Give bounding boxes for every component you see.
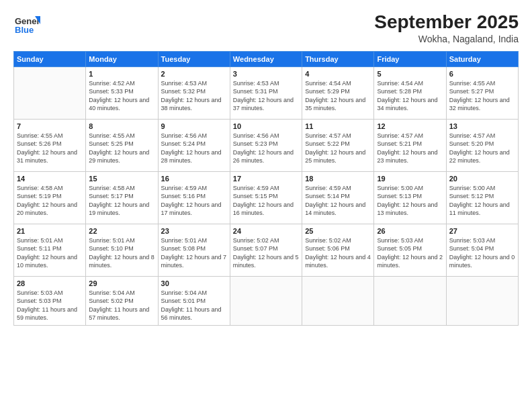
day-detail: Sunrise: 4:53 AMSunset: 5:31 PMDaylight:… (233, 79, 299, 113)
day-cell: 2Sunrise: 4:53 AMSunset: 5:32 PMDaylight… (158, 66, 230, 119)
day-detail: Sunrise: 5:03 AMSunset: 5:05 PMDaylight:… (377, 236, 443, 270)
header-sunday: Sunday (14, 51, 86, 66)
day-detail: Sunrise: 4:54 AMSunset: 5:29 PMDaylight:… (305, 79, 371, 113)
day-cell: 8Sunrise: 4:55 AMSunset: 5:25 PMDaylight… (86, 119, 158, 171)
day-cell: 11Sunrise: 4:57 AMSunset: 5:22 PMDayligh… (302, 119, 374, 171)
day-detail: Sunrise: 5:00 AMSunset: 5:13 PMDaylight:… (377, 184, 443, 218)
day-cell: 7Sunrise: 4:55 AMSunset: 5:26 PMDaylight… (14, 119, 86, 171)
day-detail: Sunrise: 4:56 AMSunset: 5:23 PMDaylight:… (233, 132, 299, 165)
day-cell: 6Sunrise: 4:55 AMSunset: 5:27 PMDaylight… (446, 66, 518, 119)
week-row-3: 21Sunrise: 5:01 AMSunset: 5:11 PMDayligh… (14, 224, 519, 276)
day-number: 1 (89, 70, 154, 78)
day-detail: Sunrise: 4:54 AMSunset: 5:28 PMDaylight:… (377, 79, 443, 113)
day-cell: 14Sunrise: 4:58 AMSunset: 5:19 PMDayligh… (14, 171, 86, 224)
day-number: 25 (305, 227, 371, 235)
day-cell: 25Sunrise: 5:02 AMSunset: 5:06 PMDayligh… (302, 224, 374, 276)
week-row-0: 1Sunrise: 4:52 AMSunset: 5:33 PMDaylight… (14, 66, 519, 119)
day-number: 22 (89, 227, 154, 235)
day-number: 11 (305, 122, 371, 130)
week-row-1: 7Sunrise: 4:55 AMSunset: 5:26 PMDaylight… (14, 119, 519, 171)
day-number: 27 (449, 227, 515, 235)
day-detail: Sunrise: 5:03 AMSunset: 5:03 PMDaylight:… (17, 289, 83, 322)
day-detail: Sunrise: 4:57 AMSunset: 5:21 PMDaylight:… (377, 132, 443, 165)
day-number: 14 (17, 175, 83, 183)
day-detail: Sunrise: 4:59 AMSunset: 5:16 PMDaylight:… (161, 184, 227, 218)
logo: General Blue (13, 11, 40, 40)
day-detail: Sunrise: 4:55 AMSunset: 5:27 PMDaylight:… (449, 79, 515, 113)
day-cell: 1Sunrise: 4:52 AMSunset: 5:33 PMDaylight… (86, 66, 158, 119)
day-cell: 9Sunrise: 4:56 AMSunset: 5:24 PMDaylight… (158, 119, 230, 171)
day-number: 16 (161, 175, 227, 183)
calendar-title: September 2025 (374, 11, 519, 34)
day-cell: 19Sunrise: 5:00 AMSunset: 5:13 PMDayligh… (374, 171, 446, 224)
week-row-2: 14Sunrise: 4:58 AMSunset: 5:19 PMDayligh… (14, 171, 519, 224)
day-cell: 12Sunrise: 4:57 AMSunset: 5:21 PMDayligh… (374, 119, 446, 171)
header-tuesday: Tuesday (158, 51, 230, 66)
day-cell (374, 276, 446, 325)
day-detail: Sunrise: 4:55 AMSunset: 5:26 PMDaylight:… (17, 132, 83, 165)
day-cell: 29Sunrise: 5:04 AMSunset: 5:02 PMDayligh… (86, 276, 158, 325)
header-row: Sunday Monday Tuesday Wednesday Thursday… (14, 51, 519, 66)
day-cell: 21Sunrise: 5:01 AMSunset: 5:11 PMDayligh… (14, 224, 86, 276)
day-cell: 15Sunrise: 4:58 AMSunset: 5:17 PMDayligh… (86, 171, 158, 224)
day-number: 9 (161, 122, 227, 130)
day-number: 19 (377, 175, 443, 183)
header: General Blue September 2025 Wokha, Nagal… (13, 11, 519, 44)
day-cell (230, 276, 302, 325)
day-number: 18 (305, 175, 371, 183)
day-detail: Sunrise: 5:02 AMSunset: 5:07 PMDaylight:… (233, 236, 299, 270)
week-row-4: 28Sunrise: 5:03 AMSunset: 5:03 PMDayligh… (14, 276, 519, 325)
day-cell: 28Sunrise: 5:03 AMSunset: 5:03 PMDayligh… (14, 276, 86, 325)
day-cell: 24Sunrise: 5:02 AMSunset: 5:07 PMDayligh… (230, 224, 302, 276)
calendar-subtitle: Wokha, Nagaland, India (374, 34, 519, 44)
day-cell (446, 276, 518, 325)
day-detail: Sunrise: 4:52 AMSunset: 5:33 PMDaylight:… (89, 79, 154, 113)
day-number: 7 (17, 122, 83, 130)
day-detail: Sunrise: 5:01 AMSunset: 5:08 PMDaylight:… (161, 236, 227, 270)
day-cell: 16Sunrise: 4:59 AMSunset: 5:16 PMDayligh… (158, 171, 230, 224)
day-number: 12 (377, 122, 443, 130)
day-number: 6 (449, 70, 515, 78)
day-cell: 3Sunrise: 4:53 AMSunset: 5:31 PMDaylight… (230, 66, 302, 119)
day-number: 26 (377, 227, 443, 235)
day-number: 23 (161, 227, 227, 235)
day-cell (14, 66, 86, 119)
day-number: 30 (161, 279, 227, 287)
day-number: 4 (305, 70, 371, 78)
header-wednesday: Wednesday (230, 51, 302, 66)
day-detail: Sunrise: 5:02 AMSunset: 5:06 PMDaylight:… (305, 236, 371, 270)
day-detail: Sunrise: 4:56 AMSunset: 5:24 PMDaylight:… (161, 132, 227, 165)
day-cell: 30Sunrise: 5:04 AMSunset: 5:01 PMDayligh… (158, 276, 230, 325)
day-detail: Sunrise: 4:53 AMSunset: 5:32 PMDaylight:… (161, 79, 227, 113)
day-number: 5 (377, 70, 443, 78)
day-cell: 18Sunrise: 4:59 AMSunset: 5:14 PMDayligh… (302, 171, 374, 224)
day-detail: Sunrise: 5:01 AMSunset: 5:10 PMDaylight:… (89, 236, 154, 270)
day-cell: 27Sunrise: 5:03 AMSunset: 5:04 PMDayligh… (446, 224, 518, 276)
day-number: 3 (233, 70, 299, 78)
day-cell (302, 276, 374, 325)
calendar-table: Sunday Monday Tuesday Wednesday Thursday… (13, 51, 519, 326)
header-monday: Monday (86, 51, 158, 66)
day-cell: 26Sunrise: 5:03 AMSunset: 5:05 PMDayligh… (374, 224, 446, 276)
day-cell: 13Sunrise: 4:57 AMSunset: 5:20 PMDayligh… (446, 119, 518, 171)
day-cell: 20Sunrise: 5:00 AMSunset: 5:12 PMDayligh… (446, 171, 518, 224)
header-thursday: Thursday (302, 51, 374, 66)
day-cell: 22Sunrise: 5:01 AMSunset: 5:10 PMDayligh… (86, 224, 158, 276)
day-number: 2 (161, 70, 227, 78)
header-saturday: Saturday (446, 51, 518, 66)
day-number: 28 (17, 279, 83, 287)
day-cell: 17Sunrise: 4:59 AMSunset: 5:15 PMDayligh… (230, 171, 302, 224)
day-cell: 10Sunrise: 4:56 AMSunset: 5:23 PMDayligh… (230, 119, 302, 171)
day-number: 13 (449, 122, 515, 130)
day-number: 21 (17, 227, 83, 235)
day-cell: 5Sunrise: 4:54 AMSunset: 5:28 PMDaylight… (374, 66, 446, 119)
day-detail: Sunrise: 5:00 AMSunset: 5:12 PMDaylight:… (449, 184, 515, 218)
svg-text:Blue: Blue (15, 25, 34, 35)
day-number: 24 (233, 227, 299, 235)
day-detail: Sunrise: 4:58 AMSunset: 5:19 PMDaylight:… (17, 184, 83, 218)
day-detail: Sunrise: 4:57 AMSunset: 5:20 PMDaylight:… (449, 132, 515, 165)
day-number: 17 (233, 175, 299, 183)
calendar-page: General Blue September 2025 Wokha, Nagal… (0, 0, 532, 411)
day-cell: 4Sunrise: 4:54 AMSunset: 5:29 PMDaylight… (302, 66, 374, 119)
day-detail: Sunrise: 5:01 AMSunset: 5:11 PMDaylight:… (17, 236, 83, 270)
